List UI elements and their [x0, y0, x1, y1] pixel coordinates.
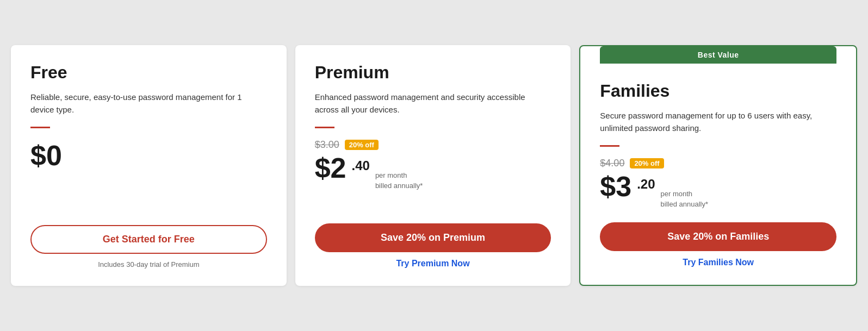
premium-price-section: $3.00 20% off $2 .40 per month billed an…: [315, 139, 551, 190]
free-plan-card: Free Reliable, secure, easy-to-use passw…: [11, 45, 287, 285]
free-plan-title: Free: [30, 63, 267, 83]
premium-original-price: $3.00: [315, 139, 339, 151]
free-divider: [30, 127, 50, 128]
families-original-price: $4.00: [600, 158, 624, 169]
families-price-info: per month billed annually*: [661, 189, 708, 209]
free-price: $0: [30, 139, 267, 172]
premium-discount-badge: 20% off: [345, 140, 379, 150]
families-plan-card: Best Value Families Secure password mana…: [579, 45, 857, 285]
premium-price-info-line2: billed annually*: [375, 181, 423, 191]
premium-current-price-row: $2 .40 per month billed annually*: [315, 154, 551, 190]
premium-price-info: per month billed annually*: [375, 171, 423, 190]
premium-save-button[interactable]: Save 20% on Premium: [315, 223, 551, 252]
families-plan-title: Families: [600, 81, 836, 101]
premium-try-link[interactable]: Try Premium Now: [315, 259, 551, 268]
families-try-link[interactable]: Try Families Now: [600, 258, 836, 267]
families-price-info-line2: billed annually*: [661, 199, 708, 209]
families-price-main: $3: [600, 172, 631, 201]
families-price-section: $4.00 20% off $3 .20 per month billed an…: [600, 158, 836, 209]
pricing-container: Free Reliable, secure, easy-to-use passw…: [11, 45, 857, 285]
families-plan-description: Secure password management for up to 6 u…: [600, 110, 836, 134]
free-plan-description: Reliable, secure, easy-to-use password m…: [30, 91, 267, 116]
premium-price-main: $2: [315, 154, 346, 182]
premium-divider: [315, 127, 334, 128]
families-divider: [600, 145, 619, 147]
premium-original-price-row: $3.00 20% off: [315, 139, 551, 151]
families-save-button[interactable]: Save 20% on Families: [600, 222, 836, 251]
premium-price-cents: .40: [352, 158, 370, 173]
best-value-banner: Best Value: [600, 46, 836, 64]
premium-plan-title: Premium: [315, 63, 551, 83]
families-price-cents: .20: [637, 177, 655, 192]
premium-plan-description: Enhanced password management and securit…: [315, 91, 551, 116]
free-cta-button[interactable]: Get Started for Free: [30, 225, 267, 254]
families-discount-badge: 20% off: [630, 158, 664, 168]
premium-price-info-line1: per month: [375, 171, 423, 180]
premium-plan-card: Premium Enhanced password management and…: [295, 45, 571, 285]
families-current-price-row: $3 .20 per month billed annually*: [600, 172, 836, 209]
families-price-info-line1: per month: [661, 189, 708, 199]
free-trial-note: Includes 30-day trial of Premium: [30, 260, 267, 268]
families-original-price-row: $4.00 20% off: [600, 158, 836, 169]
